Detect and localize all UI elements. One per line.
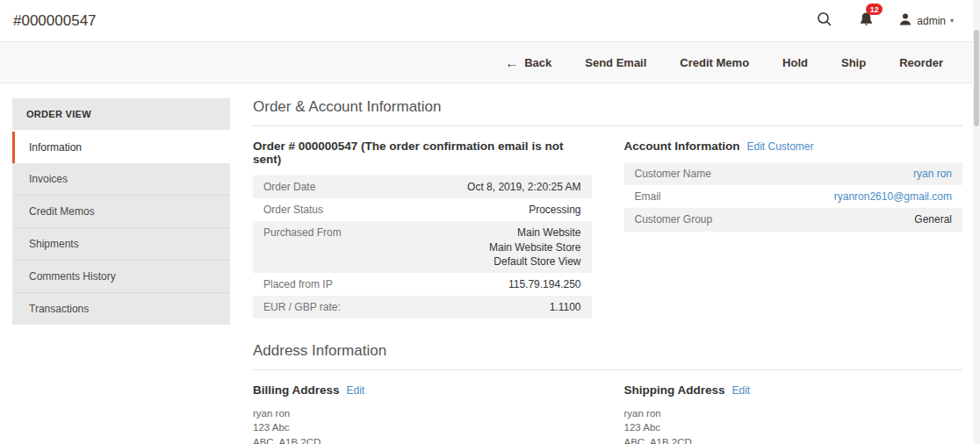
billing-address-block: Billing Address Edit ryan ron 123 Abc AB…	[253, 370, 592, 444]
header-actions: 12 admin ▾	[815, 10, 954, 32]
table-row: Purchased From Main Website Main Website…	[253, 221, 592, 273]
back-button-label: Back	[524, 56, 551, 69]
sidebar-item-information[interactable]: Information	[12, 132, 230, 163]
back-button[interactable]: ← Back	[505, 55, 551, 70]
row-label: Order Status	[263, 203, 323, 217]
customer-name-link[interactable]: ryan ron	[913, 167, 952, 181]
chevron-down-icon: ▾	[950, 17, 954, 25]
notifications-button[interactable]: 12	[857, 10, 876, 32]
sidebar-item-transactions[interactable]: Transactions	[12, 292, 230, 325]
table-row: Placed from IP 115.79.194.250	[253, 273, 592, 296]
table-row: Email ryanron2610@gmail.com	[624, 185, 963, 208]
row-value: Processing	[529, 203, 580, 217]
table-row: Customer Group General	[624, 208, 963, 231]
address-line: ryan ron	[253, 406, 592, 420]
table-row: Order Date Oct 8, 2019, 2:20:25 AM	[253, 175, 592, 198]
section-order-account-title: Order & Account Information	[253, 98, 962, 126]
account-info-column: Account Information Edit Customer Custom…	[624, 126, 963, 319]
shipping-address-text: ryan ron 123 Abc ABC, A1B 2CD United Kin…	[624, 406, 963, 444]
row-value: General	[914, 212, 952, 226]
row-label: EUR / GBP rate:	[263, 300, 341, 314]
table-row: Customer Name ryan ron	[624, 162, 963, 185]
address-line: ABC, A1B 2CD	[253, 435, 592, 444]
shipping-address-title: Shipping Address	[624, 383, 725, 397]
row-value: 115.79.194.250	[508, 277, 581, 291]
send-email-button[interactable]: Send Email	[585, 56, 646, 69]
address-line: ryan ron	[624, 406, 963, 420]
back-arrow-icon: ←	[505, 55, 518, 70]
admin-menu[interactable]: admin ▾	[898, 12, 954, 29]
ship-button[interactable]: Ship	[841, 56, 866, 69]
shipping-address-block: Shipping Address Edit ryan ron 123 Abc A…	[624, 370, 963, 444]
sidebar-item-comments-history[interactable]: Comments History	[12, 260, 230, 292]
sidebar-item-shipments[interactable]: Shipments	[12, 227, 230, 260]
order-info-table: Order Date Oct 8, 2019, 2:20:25 AM Order…	[253, 175, 592, 319]
search-button[interactable]	[815, 10, 834, 32]
sidebar-title: ORDER VIEW	[12, 98, 230, 130]
table-row: EUR / GBP rate: 1.1100	[253, 296, 592, 319]
user-icon	[898, 12, 912, 29]
row-label: Customer Name	[635, 167, 711, 181]
row-label: Purchased From	[263, 226, 342, 269]
row-value: Main Website Main Website Store Default …	[489, 226, 581, 269]
address-section: Address Information Billing Address Edit…	[253, 342, 962, 444]
row-label: Order Date	[263, 180, 315, 194]
order-info-column: Order # 000000547 (The order confirmatio…	[253, 126, 592, 319]
row-value: 1.1100	[550, 300, 581, 314]
search-icon	[817, 11, 832, 30]
page-title: #000000547	[13, 12, 97, 30]
address-line: 123 Abc	[624, 420, 963, 434]
table-row: Order Status Processing	[253, 198, 592, 221]
edit-shipping-address-link[interactable]: Edit	[732, 384, 751, 397]
billing-address-text: ryan ron 123 Abc ABC, A1B 2CD United Kin…	[253, 406, 592, 444]
account-block-title: Account Information	[624, 140, 740, 153]
main-panel: Order & Account Information Order # 0000…	[253, 98, 962, 444]
admin-username: admin	[917, 15, 946, 27]
content-area: ORDER VIEW Information Invoices Credit M…	[0, 83, 980, 444]
address-line: ABC, A1B 2CD	[624, 435, 963, 444]
top-header: #000000547 12 admin ▾	[0, 0, 980, 42]
credit-memo-button[interactable]: Credit Memo	[680, 56, 749, 69]
order-block-title: Order # 000000547 (The order confirmatio…	[253, 140, 592, 166]
account-info-table: Customer Name ryan ron Email ryanron2610…	[624, 162, 963, 232]
vertical-scrollbar-track	[973, 0, 980, 444]
row-label: Email	[635, 190, 661, 204]
notification-badge: 12	[866, 4, 883, 15]
sidebar-item-invoices[interactable]: Invoices	[12, 163, 230, 195]
edit-billing-address-link[interactable]: Edit	[347, 384, 365, 397]
sidebar-item-credit-memos[interactable]: Credit Memos	[12, 195, 230, 227]
vertical-scrollbar-thumb[interactable]	[974, 30, 979, 126]
edit-customer-link[interactable]: Edit Customer	[747, 140, 814, 153]
row-label: Customer Group	[635, 212, 713, 226]
address-line: 123 Abc	[253, 420, 592, 434]
billing-address-title: Billing Address	[253, 383, 340, 397]
order-view-sidebar: ORDER VIEW Information Invoices Credit M…	[12, 98, 230, 444]
order-toolbar: ← Back Send Email Credit Memo Hold Ship …	[0, 42, 980, 83]
reorder-button[interactable]: Reorder	[899, 56, 943, 69]
section-address-title: Address Information	[253, 342, 962, 370]
row-value: Oct 8, 2019, 2:20:25 AM	[467, 180, 580, 194]
hold-button[interactable]: Hold	[782, 56, 808, 69]
row-label: Placed from IP	[263, 277, 333, 291]
customer-email-link[interactable]: ryanron2610@gmail.com	[834, 190, 952, 204]
